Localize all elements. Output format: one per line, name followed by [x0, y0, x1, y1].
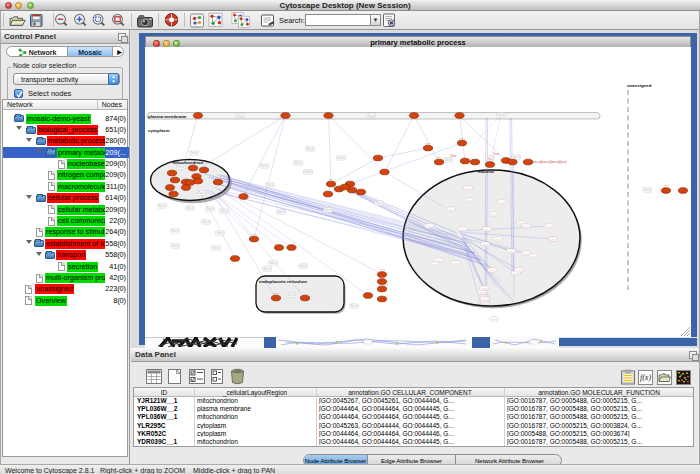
svg-text:Sxx.xl: Sxx.xl — [178, 165, 185, 169]
svg-text:unassigned: unassigned — [627, 83, 652, 88]
svg-text:Yxx.x: Yxx.x — [499, 201, 506, 204]
svg-text:Yxx.x: Yxx.x — [273, 292, 280, 295]
svg-text:Yxx.x: Yxx.x — [453, 262, 460, 265]
svg-text:Sxx.xl: Sxx.xl — [445, 158, 452, 162]
svg-text:Yxx.x: Yxx.x — [495, 238, 502, 241]
svg-text:Yxx.x: Yxx.x — [436, 156, 443, 159]
svg-text:Yxx.x: Yxx.x — [484, 228, 491, 231]
svg-text:Yxx.x: Yxx.x — [431, 263, 438, 266]
svg-text:Sxx.xl: Sxx.xl — [278, 210, 285, 214]
svg-text:Sxx.xl: Sxx.xl — [300, 264, 307, 268]
svg-text:Yxx.x: Yxx.x — [508, 250, 515, 253]
svg-text:Yxx.x: Yxx.x — [379, 268, 386, 271]
svg-text:nucleus: nucleus — [478, 169, 495, 174]
svg-text:Sxx.xl: Sxx.xl — [213, 246, 220, 250]
svg-text:Sxx.xl: Sxx.xl — [217, 231, 224, 235]
svg-text:Yxx.x: Yxx.x — [479, 291, 486, 294]
svg-text:Yxx.x: Yxx.x — [459, 137, 466, 140]
svg-text:Sxx.xl: Sxx.xl — [191, 151, 198, 155]
svg-text:Yxx.x: Yxx.x — [481, 287, 488, 290]
svg-text:Sxx.xl: Sxx.xl — [270, 261, 277, 265]
svg-text:Yxx.x: Yxx.x — [550, 238, 557, 241]
svg-text:Sxx.xl: Sxx.xl — [172, 229, 179, 233]
svg-text:Yxx.x: Yxx.x — [482, 298, 489, 301]
svg-text:Sxx.xl: Sxx.xl — [237, 114, 244, 118]
svg-text:Yxx.x: Yxx.x — [448, 208, 455, 211]
svg-text:Sxx.xl: Sxx.xl — [295, 161, 302, 165]
svg-text:plasma membrane: plasma membrane — [148, 114, 187, 119]
svg-text:Sxx.xl: Sxx.xl — [199, 191, 206, 195]
svg-text:Sxx.xl: Sxx.xl — [498, 113, 505, 117]
svg-text:Yxx.x: Yxx.x — [436, 259, 443, 262]
svg-text:Yxx.x: Yxx.x — [450, 154, 457, 158]
svg-text:mitochondrion: mitochondrion — [173, 160, 204, 165]
svg-text:Yxx.x: Yxx.x — [523, 225, 530, 228]
svg-text:Sxx.xl: Sxx.xl — [376, 201, 383, 205]
svg-text:f(x): f(x) — [640, 373, 651, 382]
svg-text:Sxx.xl: Sxx.xl — [203, 220, 210, 224]
svg-text:Sxx.xl: Sxx.xl — [159, 204, 166, 208]
svg-text:Yxx.x: Yxx.x — [516, 269, 523, 272]
svg-text:Yxx.x: Yxx.x — [513, 272, 520, 275]
svg-text:Sxx.xl: Sxx.xl — [644, 188, 651, 192]
svg-text:Sxx.xl: Sxx.xl — [156, 174, 163, 178]
svg-text:Yxx.x: Yxx.x — [487, 158, 494, 161]
svg-text:Yxx.x: Yxx.x — [426, 225, 433, 228]
svg-text:Sxx.xl: Sxx.xl — [187, 206, 194, 210]
svg-text:Sxx.xl: Sxx.xl — [338, 156, 345, 160]
svg-text:Yxx.x: Yxx.x — [489, 269, 496, 272]
svg-text:Yxx.x: Yxx.x — [465, 187, 472, 190]
svg-text:Yxx.x: Yxx.x — [546, 225, 553, 228]
svg-text:Sxx.xl: Sxx.xl — [513, 155, 520, 159]
svg-text:[xxx.xx][xxx.xx][xxx.xx][xx.x]: [xxx.xx][xxx.xx][xxx.xx][xx.x] — [532, 160, 567, 164]
svg-text:Sxx.xl: Sxx.xl — [351, 304, 358, 308]
svg-text:Yxx.x: Yxx.x — [491, 318, 498, 321]
svg-text:Yxx.x: Yxx.x — [425, 142, 432, 145]
svg-text:Yxx.x: Yxx.x — [663, 184, 670, 187]
svg-text:Yxx.x: Yxx.x — [251, 233, 258, 236]
svg-text:Sxx.xl: Sxx.xl — [264, 267, 271, 271]
svg-text:Sxx.xl: Sxx.xl — [307, 147, 314, 151]
svg-text:Sxx.xl: Sxx.xl — [207, 207, 214, 211]
svg-text:Yxx.x: Yxx.x — [523, 252, 530, 255]
svg-text:Yxx.x: Yxx.x — [482, 243, 489, 246]
svg-text:Sxx.xl: Sxx.xl — [288, 293, 295, 297]
svg-text:Sxx.xl: Sxx.xl — [305, 170, 312, 174]
svg-text:Yxx.x: Yxx.x — [491, 213, 498, 216]
svg-text:Yxx.x: Yxx.x — [530, 255, 537, 258]
svg-text:Sxx.xl: Sxx.xl — [267, 183, 274, 187]
svg-text:Sxx.xl: Sxx.xl — [172, 244, 179, 248]
svg-text:Yxx.x: Yxx.x — [493, 152, 500, 156]
svg-text:cytoplasm: cytoplasm — [148, 128, 170, 133]
svg-text:Sxx.xl: Sxx.xl — [261, 164, 268, 168]
svg-text:Yxx.x: Yxx.x — [460, 228, 467, 231]
svg-text:Sxx.xl: Sxx.xl — [325, 208, 332, 212]
svg-text:Yxx.x: Yxx.x — [467, 199, 474, 202]
svg-text:Sxx.xl: Sxx.xl — [368, 114, 375, 118]
svg-text:Yxx.x: Yxx.x — [328, 178, 335, 181]
svg-text:Sxx.xl: Sxx.xl — [221, 209, 228, 213]
